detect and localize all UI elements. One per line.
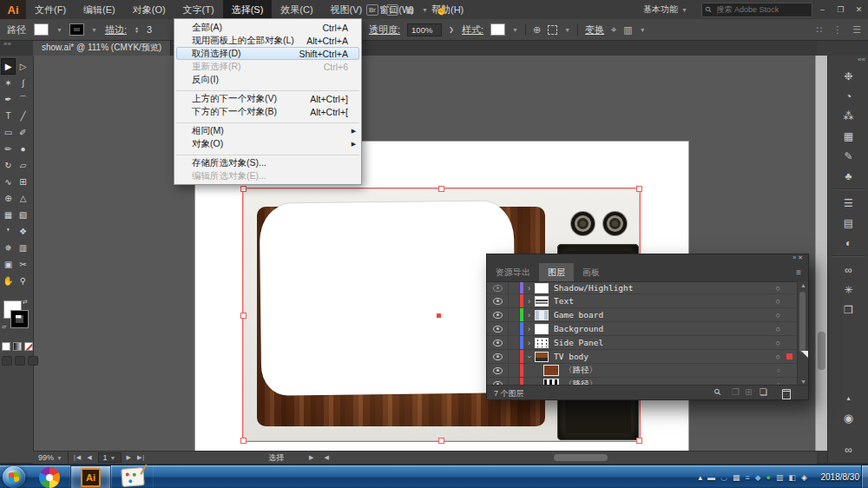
tool-button[interactable]: ∫ (16, 75, 30, 91)
vertical-scrollbar[interactable] (815, 56, 828, 451)
panel-list-icon[interactable]: ☰ (852, 24, 861, 36)
menu-item[interactable]: 对象(O) ▶ (176, 137, 359, 150)
dock-options-icon[interactable]: ⋮ (832, 24, 842, 36)
tool-button[interactable]: ▦ (1, 207, 16, 223)
panel-header[interactable]: »✕ (487, 254, 808, 263)
dock-panel-icon[interactable] (832, 188, 865, 190)
tool-button[interactable]: ✏ (1, 141, 16, 157)
last-artboard-button[interactable]: ▶| (132, 454, 150, 461)
visibility-eye-icon[interactable] (493, 353, 503, 360)
dock-panel-icon[interactable] (832, 255, 865, 257)
tool-button[interactable]: ▷ (16, 58, 30, 75)
lock-cell[interactable] (509, 308, 520, 321)
layer-thumbnail[interactable] (535, 310, 549, 320)
draw-normal-button[interactable] (2, 356, 12, 366)
layer-thumbnail[interactable] (535, 283, 549, 293)
arrange-documents-icon[interactable]: ▦ (406, 5, 414, 15)
tv-knob[interactable] (571, 212, 595, 235)
layer-name[interactable]: TV body (554, 352, 808, 361)
lock-cell[interactable] (509, 336, 520, 349)
menu-item[interactable]: 现用画板上的全部对象(L) Alt+Ctrl+A ▶ (176, 34, 359, 47)
dock-panel-icon[interactable]: ▦ (828, 126, 868, 146)
menu-item[interactable]: ▶ (176, 150, 359, 156)
tray-icon[interactable]: ◡ (720, 473, 727, 482)
layer-thumbnail[interactable] (535, 296, 549, 307)
start-button[interactable] (3, 466, 25, 488)
selection-handle[interactable] (240, 186, 247, 192)
visibility-eye-icon[interactable] (493, 326, 503, 333)
layer-name[interactable]: Text (554, 296, 808, 306)
menubar-item[interactable]: 效果(C) (272, 0, 321, 19)
scroll-up-icon[interactable]: ▲ (800, 282, 806, 288)
tool-button[interactable]: ▭ (1, 124, 16, 141)
menubar-item[interactable]: 视图(V) (322, 0, 372, 19)
scrollbar-thumb[interactable] (799, 292, 806, 353)
workspace-switcher[interactable]: 基本功能 ▼ (643, 3, 687, 16)
swap-fill-stroke-icon[interactable]: ⇄ (23, 299, 28, 306)
dock-expand-icon[interactable]: «« (828, 56, 868, 66)
target-circle-icon[interactable]: ○ (776, 339, 780, 347)
tool-button[interactable]: ✒ (1, 91, 16, 108)
app-logo[interactable]: Ai (0, 0, 26, 19)
target-circle-icon[interactable]: ○ (776, 325, 780, 333)
transform-link[interactable]: 变换 (585, 23, 604, 36)
tab-layers[interactable]: 图层 (539, 263, 574, 281)
layer-name[interactable]: Shadow/Highlight (554, 283, 808, 293)
stroke-proxy[interactable] (11, 311, 28, 327)
dock-panel-icon[interactable]: ▤ (828, 213, 868, 233)
dock-panel-icon[interactable]: ✳ (828, 280, 868, 300)
stroke-weight-value[interactable]: 3 (147, 24, 152, 35)
menu-item[interactable]: 取消选择(D) Shift+Ctrl+A ▶ (176, 47, 359, 60)
tool-button[interactable]: ∿ (1, 174, 16, 190)
zoom-control[interactable]: 99% ▼ (33, 453, 68, 462)
layer-name[interactable]: Game board (554, 310, 808, 320)
expand-arrow-icon[interactable]: › (523, 339, 535, 347)
toolbar-collapse[interactable]: «« (0, 40, 33, 56)
draw-behind-button[interactable] (15, 356, 25, 366)
taskbar-paint-button[interactable] (112, 465, 154, 488)
tool-button[interactable]: ✐ (16, 124, 30, 141)
horizontal-scrollbar[interactable] (554, 454, 608, 461)
menu-item[interactable]: 编辑所选对象(E)... ▶ (176, 169, 359, 182)
opacity-value[interactable]: 100% (407, 23, 442, 36)
select-similar-icon[interactable] (548, 25, 557, 35)
dock-panel-icon[interactable]: ❐ (828, 300, 868, 320)
close-button[interactable]: ✕ (850, 0, 868, 19)
target-circle-icon[interactable]: ○ (776, 353, 780, 361)
tool-button[interactable]: ❜ (1, 223, 16, 240)
locate-object-icon[interactable]: ⚲ (712, 386, 723, 398)
clock-date[interactable]: 2018/8/30 (821, 465, 860, 488)
tool-button[interactable]: ▥ (16, 240, 30, 256)
layer-row[interactable]: › Game board ○ (487, 308, 808, 322)
dock-panel-icon[interactable]: ◐ (828, 233, 868, 253)
lock-cell[interactable] (509, 322, 520, 335)
shape-props-icon[interactable]: ▥ (623, 24, 632, 36)
share-screen-icon[interactable]: ☝ (436, 4, 448, 16)
color-button[interactable] (2, 342, 10, 351)
layer-name[interactable]: Side Panel (554, 338, 808, 347)
tool-button[interactable]: ✶ (1, 75, 16, 91)
tool-button[interactable]: ❖ (16, 223, 30, 240)
scrollbar-thumb[interactable] (818, 332, 825, 370)
taskbar-illustrator-button[interactable]: Ai (70, 465, 112, 488)
menu-item[interactable]: 全部(A) Ctrl+A ▶ (176, 21, 359, 34)
stock-search[interactable]: ⚲ (701, 3, 812, 17)
draw-inside-button[interactable] (28, 356, 38, 366)
tool-button[interactable]: ⊕ (1, 190, 16, 207)
tab-asset-export[interactable]: 资源导出 (487, 263, 539, 281)
layer-row[interactable]: › TV body ○ (487, 350, 808, 364)
visibility-eye-icon[interactable] (493, 340, 503, 346)
menu-item[interactable]: 重新选择(R) Ctrl+6 ▶ (176, 60, 359, 73)
scroll-down-icon[interactable]: ▼ (800, 379, 806, 385)
layers-scrollbar[interactable]: ▲ ▼ (797, 281, 808, 386)
dock-panel-icon[interactable]: ☰ (828, 193, 868, 213)
tool-button[interactable]: ⊞ (16, 174, 30, 190)
style-swatch[interactable] (490, 23, 505, 36)
target-circle-icon[interactable]: ○ (776, 311, 780, 320)
selection-handle[interactable] (438, 186, 444, 192)
stroke-weight-label[interactable]: 描边: (105, 23, 127, 36)
layer-thumbnail[interactable] (535, 338, 549, 348)
layer-row[interactable]: › Background ○ (487, 322, 808, 336)
first-artboard-button[interactable]: |◀ (69, 454, 87, 461)
status-bar-arrows[interactable]: ▶◀ (309, 454, 329, 461)
